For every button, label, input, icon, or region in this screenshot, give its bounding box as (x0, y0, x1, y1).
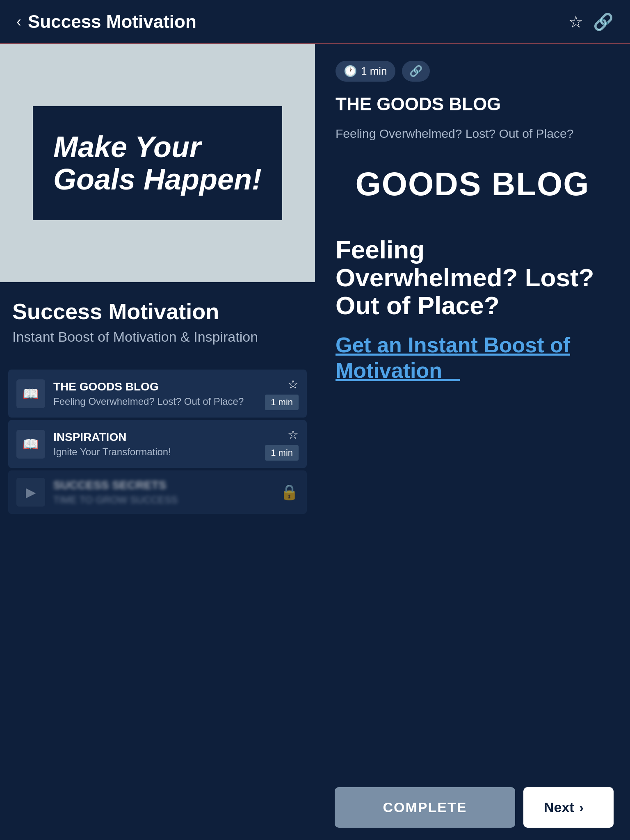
hero-text-line1: Make Your (53, 131, 262, 163)
lesson-time-2: 1 min (265, 445, 299, 461)
article-body: Feeling Overwhelmed? Lost? Out of Place?… (336, 236, 609, 383)
next-button[interactable]: Next › (523, 787, 614, 828)
article-subtitle: Feeling Overwhelmed? Lost? Out of Place? (336, 127, 609, 141)
goods-blog-logo: GOODS BLOG (336, 153, 609, 215)
lesson-star-1[interactable]: ☆ (288, 377, 299, 391)
right-panel: 🕐 1 min 🔗 THE GOODS BLOG Feeling Overwhe… (315, 44, 630, 514)
next-chevron-icon: › (579, 799, 584, 815)
lesson-time-1: 1 min (265, 395, 299, 410)
complete-button[interactable]: COMPLETE (335, 787, 515, 828)
left-panel: Make Your Goals Happen! Success Motivati… (0, 44, 315, 514)
lesson-details-2: INSPIRATION Ignite Your Transformation! (53, 431, 257, 458)
lesson-star-2[interactable]: ☆ (288, 427, 299, 442)
article-time-pill: 🕐 1 min (336, 61, 395, 82)
lesson-icon-1: 📖 (16, 379, 45, 408)
lesson-desc-3: TIME TO GROW SUCCESS (53, 494, 272, 506)
header-right: ☆ 🔗 (568, 12, 614, 32)
lesson-details-1: THE GOODS BLOG Feeling Overwhelmed? Lost… (53, 380, 257, 407)
lesson-desc-2: Ignite Your Transformation! (53, 446, 257, 458)
lesson-meta-2: ☆ 1 min (265, 427, 299, 461)
content-area: Make Your Goals Happen! Success Motivati… (0, 44, 630, 514)
lesson-details-3: SUCCESS SECRETS TIME TO GROW SUCCESS (53, 479, 272, 506)
header: ‹ Success Motivation ☆ 🔗 (0, 0, 630, 44)
course-title: Success Motivation (12, 299, 303, 324)
article-time: 1 min (361, 65, 387, 78)
article-heading: Feeling Overwhelmed? Lost? Out of Place? (336, 236, 609, 320)
lesson-icon-3: ▶ (16, 478, 45, 507)
course-subtitle: Instant Boost of Motivation & Inspiratio… (12, 329, 303, 345)
lesson-meta-3: 🔒 (280, 484, 299, 501)
article-link[interactable]: Get an Instant Boost of Motivation _ (336, 332, 609, 383)
lesson-list: 📖 THE GOODS BLOG Feeling Overwhelmed? Lo… (0, 370, 315, 514)
header-title: Success Motivation (28, 11, 196, 32)
lock-icon: 🔒 (280, 484, 299, 501)
share-button[interactable]: 🔗 (593, 12, 614, 32)
course-info: Success Motivation Instant Boost of Moti… (0, 282, 315, 370)
lesson-name-2: INSPIRATION (53, 431, 257, 444)
next-label: Next (544, 799, 574, 815)
bottom-bar: COMPLETE Next › (0, 775, 630, 840)
lesson-item-2[interactable]: 📖 INSPIRATION Ignite Your Transformation… (8, 420, 307, 468)
article-link-pill[interactable]: 🔗 (402, 61, 430, 82)
hero-image: Make Your Goals Happen! (0, 44, 315, 282)
lesson-item-3[interactable]: ▶ SUCCESS SECRETS TIME TO GROW SUCCESS 🔒 (8, 470, 307, 514)
hero-image-inner: Make Your Goals Happen! (33, 106, 282, 220)
article-meta: 🕐 1 min 🔗 (336, 61, 609, 82)
lesson-item[interactable]: 📖 THE GOODS BLOG Feeling Overwhelmed? Lo… (8, 370, 307, 418)
lesson-desc-1: Feeling Overwhelmed? Lost? Out of Place? (53, 396, 257, 407)
hero-text-line2: Goals Happen! (53, 163, 262, 196)
lesson-meta-1: ☆ 1 min (265, 377, 299, 410)
favorite-button[interactable]: ☆ (568, 12, 583, 31)
article-category: THE GOODS BLOG (336, 94, 609, 114)
goods-blog-logo-text: GOODS BLOG (336, 165, 609, 203)
lesson-name-1: THE GOODS BLOG (53, 380, 257, 393)
header-left: ‹ Success Motivation (16, 11, 196, 32)
back-button[interactable]: ‹ (16, 14, 21, 29)
lesson-icon-2: 📖 (16, 430, 45, 459)
clock-icon: 🕐 (344, 65, 357, 78)
lesson-name-3: SUCCESS SECRETS (53, 479, 272, 492)
